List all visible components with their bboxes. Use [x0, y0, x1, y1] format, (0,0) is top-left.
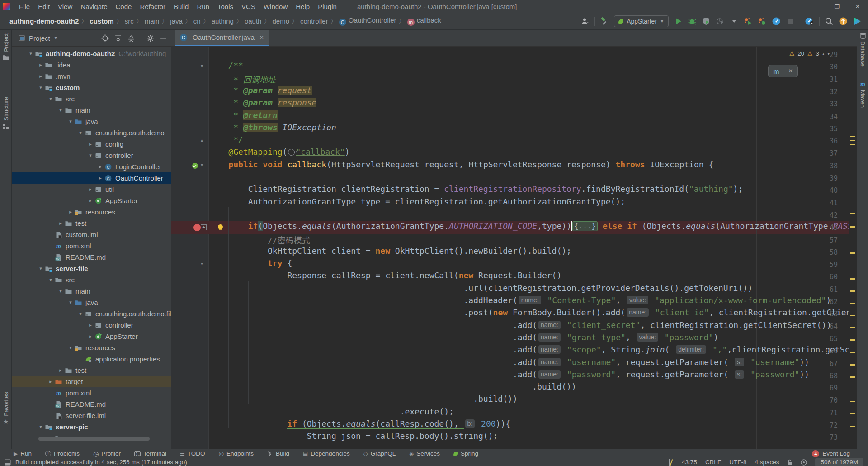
breadcrumb-item[interactable]: mcallback: [407, 16, 441, 26]
code-line[interactable]: .execute();: [209, 407, 849, 419]
code-line[interactable]: * @return: [209, 110, 849, 123]
warning-stripe-mark[interactable]: [850, 339, 855, 341]
chevron-down-icon[interactable]: ▾: [57, 288, 65, 294]
toolwindow-button-services[interactable]: ◈Services: [409, 450, 440, 457]
menu-window[interactable]: Window: [259, 3, 292, 10]
search-icon[interactable]: [825, 17, 834, 26]
chevron-down-icon[interactable]: ▾: [37, 85, 45, 90]
code-line[interactable]: /**: [209, 61, 849, 73]
breadcrumb-item[interactable]: cn: [193, 17, 201, 25]
tree-row[interactable]: MDREADME.md: [12, 252, 171, 263]
breadcrumb-item[interactable]: oauth: [245, 17, 262, 25]
breadcrumb-item[interactable]: COauthController: [339, 16, 396, 26]
line-separator[interactable]: CRLF: [705, 459, 721, 466]
chevron-down-icon[interactable]: ▾: [37, 424, 45, 430]
run-icon[interactable]: [674, 17, 683, 26]
tree-row[interactable]: ▸test: [12, 365, 171, 376]
breadcrumb-item[interactable]: src: [125, 17, 134, 25]
code-line[interactable]: try {: [209, 258, 849, 271]
tree-row[interactable]: ▸.mvn: [12, 71, 171, 82]
warning-stripe-mark[interactable]: [850, 426, 855, 427]
profiler-caret-icon[interactable]: [730, 17, 739, 26]
code-line[interactable]: OkHttpClient client = new OkHttpClient()…: [209, 246, 849, 259]
warning-stripe-mark[interactable]: [850, 290, 855, 292]
expand-all-icon[interactable]: [114, 34, 122, 42]
code-line[interactable]: .add(name: "client_secret", clientRegist…: [209, 320, 849, 333]
code-line[interactable]: .addHeader(name: "Content-Type", value: …: [209, 295, 849, 308]
code-line[interactable]: .post(new FormBody.Builder().add(name: "…: [209, 308, 849, 320]
code-line[interactable]: [209, 48, 849, 61]
inspection-profile-icon[interactable]: [801, 459, 807, 466]
code-line[interactable]: [209, 209, 849, 222]
debug-icon[interactable]: [688, 17, 697, 26]
close-icon[interactable]: ✕: [259, 34, 264, 41]
minimize-button[interactable]: —: [806, 0, 826, 13]
sidebar-tab-maven[interactable]: mMaven: [857, 81, 868, 108]
memory-indicator[interactable]: 506 of 1979M: [815, 458, 863, 466]
run-configuration-select[interactable]: AppStarter ▼: [614, 15, 669, 27]
cpu-profile-icon[interactable]: [744, 17, 753, 26]
warning-stripe-mark[interactable]: [850, 327, 855, 328]
tree-row[interactable]: ▸AppStarter: [12, 331, 171, 342]
tree-horizontal-scrollbar[interactable]: [38, 437, 150, 441]
folded-code-region[interactable]: {...}: [572, 221, 598, 231]
chevron-right-icon[interactable]: ▸: [66, 209, 75, 215]
warning-stripe-mark[interactable]: [850, 401, 855, 402]
warning-stripe-mark[interactable]: [850, 144, 855, 145]
menu-navigate[interactable]: Navigate: [76, 3, 111, 10]
toolwindow-toggle-icon[interactable]: [5, 459, 11, 466]
chevron-right-icon[interactable]: ▸: [86, 333, 94, 339]
code-editor[interactable]: 2930▾313233343536▴3738▾3940414243+575859…: [171, 47, 857, 449]
close-button[interactable]: ✕: [847, 0, 868, 13]
chevron-right-icon[interactable]: ▸: [57, 367, 65, 373]
tree-row[interactable]: ▾java: [12, 116, 171, 127]
warning-stripe-mark[interactable]: [850, 413, 855, 414]
sync-status-icon[interactable]: [667, 459, 674, 466]
coverage-icon[interactable]: [702, 17, 711, 26]
code-line[interactable]: //密码模式: [209, 234, 849, 247]
sidebar-tab-database[interactable]: Database: [857, 33, 868, 67]
tree-row[interactable]: ▸AppStarter: [12, 195, 171, 206]
project-panel-title[interactable]: Project: [29, 34, 50, 42]
toolwindow-button-run[interactable]: ▶Run: [14, 450, 32, 457]
breadcrumb-item[interactable]: controller: [300, 17, 328, 25]
code-line[interactable]: .url(clientRegistration.getProviderDetai…: [209, 283, 849, 296]
breadcrumb-item[interactable]: demo: [272, 17, 289, 25]
gauge-icon[interactable]: [772, 17, 781, 26]
chevron-right-icon[interactable]: ▸: [86, 141, 94, 147]
sidebar-tab-structure[interactable]: Structure: [0, 97, 12, 129]
tree-row[interactable]: ▾cn.authing.oauth.demo: [12, 127, 171, 138]
toolwindow-button-todo[interactable]: ☰TODO: [180, 450, 205, 457]
chevron-down-icon[interactable]: ▾: [37, 266, 45, 271]
warning-stripe-mark[interactable]: [850, 376, 855, 378]
code-line[interactable]: .add(name: "grant_type", value: "passwor…: [209, 333, 849, 345]
chevron-down-icon[interactable]: ▾: [66, 300, 75, 305]
chevron-right-icon[interactable]: ▸: [37, 73, 45, 79]
prev-problem-icon[interactable]: ▴: [822, 52, 825, 56]
menu-vcs[interactable]: VCS: [237, 3, 259, 10]
chevron-down-icon[interactable]: ▾: [47, 96, 55, 102]
tree-row[interactable]: ▸resources: [12, 206, 171, 218]
warning-stripe-mark[interactable]: [850, 278, 855, 280]
tree-row[interactable]: ▸target: [12, 376, 171, 387]
code-line[interactable]: @GetMapping("callback"): [209, 147, 849, 160]
tree-row[interactable]: ▾controller: [12, 150, 171, 161]
next-problem-icon[interactable]: ▾: [827, 52, 830, 56]
code-line[interactable]: .add(name: "scope", String.join( delimit…: [209, 345, 849, 357]
toolwindow-button-endpoints[interactable]: ◎Endpoints: [219, 450, 254, 457]
editor-tab[interactable]: C OauthController.java ✕: [175, 30, 269, 46]
locate-icon[interactable]: [101, 34, 109, 42]
breadcrumb-item[interactable]: custom: [90, 17, 113, 25]
tree-row[interactable]: ▸COauthController: [12, 172, 171, 184]
menu-help[interactable]: Help: [292, 3, 314, 10]
user-icon[interactable]: [580, 17, 590, 26]
menu-build[interactable]: Build: [170, 3, 193, 10]
chevron-down-icon[interactable]: ▾: [66, 345, 75, 351]
tree-row[interactable]: ▾custom: [12, 82, 171, 93]
menu-plugin[interactable]: Plugin: [314, 3, 341, 10]
sidebar-tab-favorites[interactable]: Favorites★: [0, 392, 12, 425]
tree-row[interactable]: server-file.iml: [12, 410, 171, 421]
tree-row[interactable]: ▾src: [12, 93, 171, 105]
gauge2-icon[interactable]: [805, 17, 814, 26]
file-encoding[interactable]: UTF-8: [729, 459, 746, 466]
